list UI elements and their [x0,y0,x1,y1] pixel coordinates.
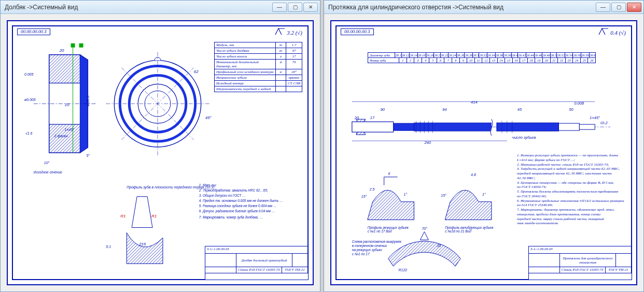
svg-text:6: 6 [388,172,390,176]
svg-text:414: 414 [471,100,477,105]
svg-rect-3 [71,43,75,48]
svg-text:4.8: 4.8 [471,173,476,177]
svg-text:Исходное сечение: Исходное сечение [34,170,62,174]
svg-rect-54 [579,124,595,129]
drawing-sheet: 00.00.00.00.3 3.2 (√) Модуль, ммm1.7 Чис… [7,20,314,285]
svg-text:с №1 по 17: с №1 по 17 [352,252,370,256]
svg-text:Профиль калибрующих зубьев: Профиль калибрующих зубьев [445,226,494,230]
drawing-graphics: 20 0.005 ø0.005 √1.6 10 ø85.3 1×45° 2 фа… [8,21,313,284]
svg-text:в поперечном сечении: в поперечном сечении [352,244,387,248]
svg-text:20: 20 [59,48,64,53]
svg-text:2 фаски: 2 фаски [54,134,68,138]
svg-text:с №18 по 21 Вид: с №18 по 21 Вид [445,229,471,233]
titlebar[interactable]: Протяжка для цилиндрического отверстия -… [324,1,643,14]
svg-text:70°: 70° [422,226,427,230]
window-title: Протяжка для цилиндрического отверстия -… [328,4,596,11]
svg-text:5. Разница соседних зубьев не : 5. Разница соседних зубьев не более 0.00… [199,204,276,208]
svg-rect-4 [79,43,83,48]
svg-text:0.005: 0.005 [24,72,34,76]
svg-text:R1: R1 [120,214,125,218]
window-dolbyak: Долбяк ->Системный вид — ▢ ✕ 00.00.00.00… [0,0,320,292]
svg-text:20: 20 [354,115,359,120]
drawing-canvas[interactable]: 00.00.00.00.3 0.4 (√) Диаметр зуба 28.12… [324,14,643,291]
svg-text:17: 17 [370,115,375,120]
svg-text:10: 10 [65,103,69,107]
svg-text:90: 90 [381,107,385,112]
svg-text:√1.6: √1.6 [25,132,33,135]
svg-text:с №1 по 17 Вид: с №1 по 17 Вид [368,229,392,233]
svg-text:6. Допуск. радиальное биение з: 6. Допуск. радиальное биение зубьев 0.04… [199,209,275,213]
svg-rect-41 [352,122,394,132]
svg-text:1°: 1° [482,193,486,196]
titlebar[interactable]: Долбяк ->Системный вид — ▢ ✕ [1,1,320,14]
svg-text:45°: 45° [205,115,212,120]
svg-text:Профиль режущих зубьев: Профиль режущих зубьев [368,226,409,230]
minimize-button[interactable]: — [596,3,610,12]
svg-text:7. Маркировать: номер зуба дол: 7. Маркировать: номер зуба долбяка, … [199,215,263,220]
svg-text:1°: 1° [404,193,408,196]
svg-text:5:1: 5:1 [106,245,111,249]
svg-rect-43 [414,123,491,131]
minimize-button[interactable]: — [272,3,287,12]
svg-text:ø85.3: ø85.3 [86,95,90,106]
svg-text:1×45°: 1×45° [590,115,600,120]
window-title: Долбяк ->Системный вид [5,4,272,11]
svg-text:1. Мат-лы:: 1. Мат-лы: [199,183,217,187]
svg-text:число зубьев: число зубьев [512,135,536,140]
window-buttons: — ▢ ✕ [596,3,641,12]
svg-text:10°: 10° [44,161,50,165]
svg-text:15°: 15° [441,194,446,197]
svg-text:45: 45 [517,107,522,112]
window-protyazhka: Протяжка для цилиндрического отверстия -… [324,0,644,292]
svg-text:15°: 15° [361,195,367,198]
svg-text:на режущих зубьях: на режущих зубьях [352,248,383,252]
drawing-sheet: 00.00.00.00.3 0.4 (√) Диаметр зуба 28.12… [330,20,637,285]
svg-text:50: 50 [569,107,573,112]
svg-text:√0.2: √0.2 [600,121,608,125]
svg-text:0.008: 0.008 [574,101,584,106]
svg-text:R1: R1 [151,214,157,218]
maximize-button[interactable]: ▢ [611,3,626,12]
svg-text:94: 94 [442,107,446,112]
svg-rect-53 [559,123,580,130]
drawing-canvas[interactable]: 00.00.00.00.3 3.2 (√) Модуль, ммm1.7 Чис… [1,14,320,291]
svg-text:240: 240 [424,140,431,145]
svg-rect-42 [394,123,414,130]
svg-text:1×45°: 1×45° [65,128,75,132]
svg-text:216: 216 [138,242,146,246]
window-buttons: — ▢ ✕ [272,3,318,12]
svg-rect-49 [497,123,559,131]
maximize-button[interactable]: ▢ [288,3,302,12]
close-button[interactable]: ✕ [303,3,318,12]
svg-text:ø0.005: ø0.005 [24,98,36,101]
svg-text:5°: 5° [86,154,90,157]
svg-text:3. Общие допуски по ГОСТ …: 3. Общие допуски по ГОСТ … [199,194,246,198]
svg-text:R122: R122 [399,268,408,272]
svg-text:Схема расположения выкружек: Схема расположения выкружек [352,240,402,244]
svg-text:4. Предел тв. основных 0.005 м: 4. Предел тв. основных 0.005 мм не долже… [199,199,283,203]
svg-text:2.5: 2.5 [369,187,375,191]
svg-text:35: 35 [437,244,441,247]
drawing-graphics: 414 90944550 2017 240 1×45° 0.008 √0.2 ч… [331,21,636,284]
svg-text:2. Термообработка: закалить HR: 2. Термообработка: закалить HRC 62…65; [199,188,268,193]
close-button[interactable]: ✕ [627,3,641,12]
svg-text:62: 62 [194,69,199,74]
